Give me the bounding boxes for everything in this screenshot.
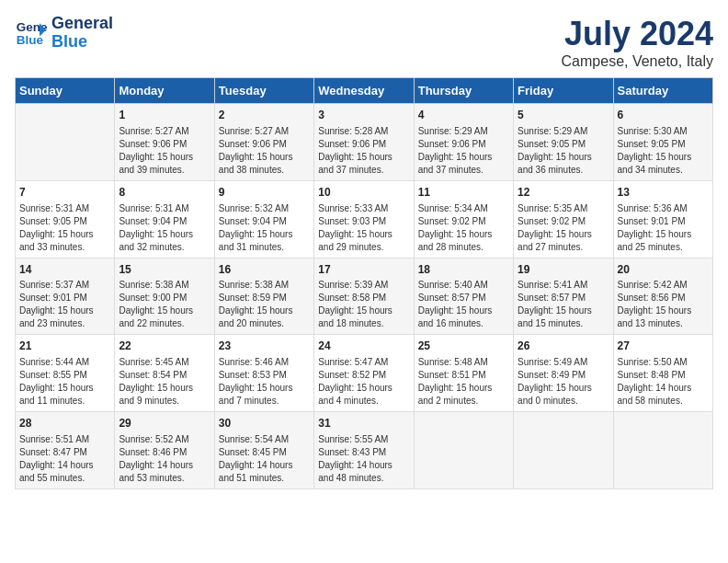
day-content: Sunrise: 5:31 AM Sunset: 9:05 PM Dayligh… xyxy=(19,202,110,254)
calendar-cell: 17Sunrise: 5:39 AM Sunset: 8:58 PM Dayli… xyxy=(314,258,414,335)
weekday-header-monday: Monday xyxy=(115,78,214,104)
day-number: 18 xyxy=(418,262,509,278)
calendar-cell: 10Sunrise: 5:33 AM Sunset: 9:03 PM Dayli… xyxy=(314,180,414,258)
weekday-header-thursday: Thursday xyxy=(414,78,513,104)
day-number: 26 xyxy=(518,339,609,354)
day-number: 4 xyxy=(418,108,509,123)
logo: General Blue General Blue xyxy=(15,15,113,52)
day-number: 3 xyxy=(318,108,409,123)
calendar-cell: 26Sunrise: 5:49 AM Sunset: 8:49 PM Dayli… xyxy=(514,335,613,412)
day-content: Sunrise: 5:40 AM Sunset: 8:57 PM Dayligh… xyxy=(418,279,509,330)
calendar-cell: 28Sunrise: 5:51 AM Sunset: 8:47 PM Dayli… xyxy=(16,412,115,489)
day-number: 11 xyxy=(418,185,509,201)
day-content: Sunrise: 5:51 AM Sunset: 8:47 PM Dayligh… xyxy=(19,433,110,485)
day-content: Sunrise: 5:29 AM Sunset: 9:06 PM Dayligh… xyxy=(418,125,509,177)
day-content: Sunrise: 5:31 AM Sunset: 9:04 PM Dayligh… xyxy=(119,202,210,254)
calendar-cell: 14Sunrise: 5:37 AM Sunset: 9:01 PM Dayli… xyxy=(16,258,115,335)
day-number: 12 xyxy=(518,185,609,201)
day-content: Sunrise: 5:46 AM Sunset: 8:53 PM Dayligh… xyxy=(219,356,310,408)
calendar-cell: 7Sunrise: 5:31 AM Sunset: 9:05 PM Daylig… xyxy=(16,180,115,258)
day-number: 29 xyxy=(119,416,210,431)
weekday-header-row: SundayMondayTuesdayWednesdayThursdayFrid… xyxy=(16,78,713,104)
calendar-cell: 1Sunrise: 5:27 AM Sunset: 9:06 PM Daylig… xyxy=(115,104,214,181)
calendar-week-1: 1Sunrise: 5:27 AM Sunset: 9:06 PM Daylig… xyxy=(16,104,713,181)
day-content: Sunrise: 5:39 AM Sunset: 8:58 PM Dayligh… xyxy=(318,279,409,330)
day-number: 28 xyxy=(19,416,110,431)
day-content: Sunrise: 5:42 AM Sunset: 8:56 PM Dayligh… xyxy=(618,279,709,330)
day-content: Sunrise: 5:34 AM Sunset: 9:02 PM Dayligh… xyxy=(418,202,509,254)
day-number: 5 xyxy=(518,108,609,123)
calendar-cell: 20Sunrise: 5:42 AM Sunset: 8:56 PM Dayli… xyxy=(613,258,712,335)
day-content: Sunrise: 5:30 AM Sunset: 9:05 PM Dayligh… xyxy=(618,125,709,177)
day-number: 8 xyxy=(119,185,210,201)
calendar-cell: 23Sunrise: 5:46 AM Sunset: 8:53 PM Dayli… xyxy=(214,335,313,412)
logo-icon: General Blue xyxy=(15,17,48,50)
month-title: July 2024 xyxy=(562,15,713,53)
calendar-cell: 13Sunrise: 5:36 AM Sunset: 9:01 PM Dayli… xyxy=(613,180,712,258)
calendar-cell: 22Sunrise: 5:45 AM Sunset: 8:54 PM Dayli… xyxy=(115,335,214,412)
day-content: Sunrise: 5:27 AM Sunset: 9:06 PM Dayligh… xyxy=(119,125,210,177)
calendar-cell: 8Sunrise: 5:31 AM Sunset: 9:04 PM Daylig… xyxy=(115,180,214,258)
day-number: 9 xyxy=(219,185,310,201)
day-content: Sunrise: 5:33 AM Sunset: 9:03 PM Dayligh… xyxy=(318,202,409,254)
day-number: 10 xyxy=(318,185,409,201)
location-title: Campese, Veneto, Italy xyxy=(562,53,713,70)
calendar-cell: 15Sunrise: 5:38 AM Sunset: 9:00 PM Dayli… xyxy=(115,258,214,335)
day-content: Sunrise: 5:35 AM Sunset: 9:02 PM Dayligh… xyxy=(518,202,609,254)
day-content: Sunrise: 5:50 AM Sunset: 8:48 PM Dayligh… xyxy=(618,356,709,408)
day-content: Sunrise: 5:38 AM Sunset: 8:59 PM Dayligh… xyxy=(219,279,310,330)
day-content: Sunrise: 5:47 AM Sunset: 8:52 PM Dayligh… xyxy=(318,356,409,408)
day-content: Sunrise: 5:54 AM Sunset: 8:45 PM Dayligh… xyxy=(219,433,310,485)
calendar-cell xyxy=(514,412,613,489)
calendar-cell: 27Sunrise: 5:50 AM Sunset: 8:48 PM Dayli… xyxy=(613,335,712,412)
calendar-cell: 6Sunrise: 5:30 AM Sunset: 9:05 PM Daylig… xyxy=(613,104,712,181)
title-block: July 2024 Campese, Veneto, Italy xyxy=(562,15,713,70)
day-number: 31 xyxy=(318,416,409,431)
calendar-cell xyxy=(16,104,115,181)
day-number: 7 xyxy=(19,185,110,201)
weekday-header-friday: Friday xyxy=(514,78,613,104)
day-content: Sunrise: 5:27 AM Sunset: 9:06 PM Dayligh… xyxy=(219,125,310,177)
day-number: 16 xyxy=(219,262,310,278)
day-number: 13 xyxy=(618,185,709,201)
calendar-cell: 9Sunrise: 5:32 AM Sunset: 9:04 PM Daylig… xyxy=(214,180,313,258)
day-number: 22 xyxy=(119,339,210,354)
calendar-cell xyxy=(613,412,712,489)
day-content: Sunrise: 5:49 AM Sunset: 8:49 PM Dayligh… xyxy=(518,356,609,408)
day-content: Sunrise: 5:38 AM Sunset: 9:00 PM Dayligh… xyxy=(119,279,210,330)
calendar-week-4: 21Sunrise: 5:44 AM Sunset: 8:55 PM Dayli… xyxy=(16,335,713,412)
calendar-cell: 25Sunrise: 5:48 AM Sunset: 8:51 PM Dayli… xyxy=(414,335,513,412)
calendar-cell: 19Sunrise: 5:41 AM Sunset: 8:57 PM Dayli… xyxy=(514,258,613,335)
calendar-table: SundayMondayTuesdayWednesdayThursdayFrid… xyxy=(15,77,713,489)
day-number: 6 xyxy=(618,108,709,123)
day-content: Sunrise: 5:32 AM Sunset: 9:04 PM Dayligh… xyxy=(219,202,310,254)
calendar-cell: 18Sunrise: 5:40 AM Sunset: 8:57 PM Dayli… xyxy=(414,258,513,335)
day-content: Sunrise: 5:44 AM Sunset: 8:55 PM Dayligh… xyxy=(19,356,110,408)
day-content: Sunrise: 5:55 AM Sunset: 8:43 PM Dayligh… xyxy=(318,433,409,485)
calendar-cell: 21Sunrise: 5:44 AM Sunset: 8:55 PM Dayli… xyxy=(16,335,115,412)
day-number: 25 xyxy=(418,339,509,354)
logo-text-blue: Blue xyxy=(51,33,113,52)
day-number: 20 xyxy=(618,262,709,278)
calendar-week-2: 7Sunrise: 5:31 AM Sunset: 9:05 PM Daylig… xyxy=(16,180,713,258)
weekday-header-tuesday: Tuesday xyxy=(214,78,313,104)
calendar-cell: 31Sunrise: 5:55 AM Sunset: 8:43 PM Dayli… xyxy=(314,412,414,489)
logo-text-general: General xyxy=(51,15,113,33)
calendar-cell: 30Sunrise: 5:54 AM Sunset: 8:45 PM Dayli… xyxy=(214,412,313,489)
day-content: Sunrise: 5:45 AM Sunset: 8:54 PM Dayligh… xyxy=(119,356,210,408)
weekday-header-wednesday: Wednesday xyxy=(314,78,414,104)
calendar-cell: 4Sunrise: 5:29 AM Sunset: 9:06 PM Daylig… xyxy=(414,104,513,181)
day-number: 30 xyxy=(219,416,310,431)
day-content: Sunrise: 5:52 AM Sunset: 8:46 PM Dayligh… xyxy=(119,433,210,485)
day-content: Sunrise: 5:41 AM Sunset: 8:57 PM Dayligh… xyxy=(518,279,609,330)
day-content: Sunrise: 5:29 AM Sunset: 9:05 PM Dayligh… xyxy=(518,125,609,177)
calendar-cell: 29Sunrise: 5:52 AM Sunset: 8:46 PM Dayli… xyxy=(115,412,214,489)
calendar-cell xyxy=(414,412,513,489)
calendar-cell: 3Sunrise: 5:28 AM Sunset: 9:06 PM Daylig… xyxy=(314,104,414,181)
day-content: Sunrise: 5:37 AM Sunset: 9:01 PM Dayligh… xyxy=(19,279,110,330)
day-number: 24 xyxy=(318,339,409,354)
day-number: 19 xyxy=(518,262,609,278)
day-content: Sunrise: 5:36 AM Sunset: 9:01 PM Dayligh… xyxy=(618,202,709,254)
day-number: 15 xyxy=(119,262,210,278)
weekday-header-sunday: Sunday xyxy=(16,78,115,104)
